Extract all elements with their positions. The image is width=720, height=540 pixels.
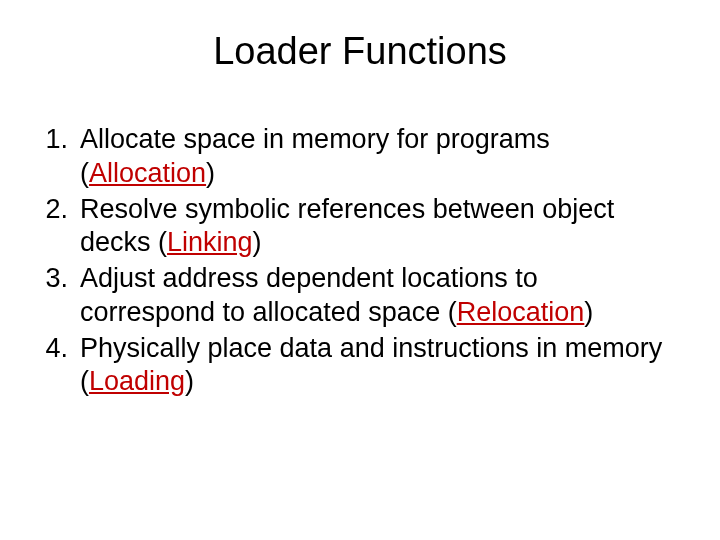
list-text: Physically place data and instructions i… <box>80 332 680 400</box>
slide-title: Loader Functions <box>40 30 680 73</box>
list-number: 2. <box>40 193 80 261</box>
keyword: Linking <box>167 227 253 257</box>
list-number: 4. <box>40 332 80 400</box>
list-item: 1. Allocate space in memory for programs… <box>40 123 680 191</box>
list-item: 4. Physically place data and instruction… <box>40 332 680 400</box>
function-list: 1. Allocate space in memory for programs… <box>40 123 680 399</box>
text-after: ) <box>185 366 194 396</box>
list-text: Allocate space in memory for programs (A… <box>80 123 680 191</box>
text-before: Resolve symbolic references between obje… <box>80 194 614 258</box>
text-after: ) <box>253 227 262 257</box>
text-after: ) <box>206 158 215 188</box>
list-text: Resolve symbolic references between obje… <box>80 193 680 261</box>
list-item: 2. Resolve symbolic references between o… <box>40 193 680 261</box>
keyword: Allocation <box>89 158 206 188</box>
keyword: Relocation <box>457 297 585 327</box>
list-number: 1. <box>40 123 80 191</box>
list-item: 3. Adjust address dependent locations to… <box>40 262 680 330</box>
keyword: Loading <box>89 366 185 396</box>
text-after: ) <box>584 297 593 327</box>
list-number: 3. <box>40 262 80 330</box>
list-text: Adjust address dependent locations to co… <box>80 262 680 330</box>
